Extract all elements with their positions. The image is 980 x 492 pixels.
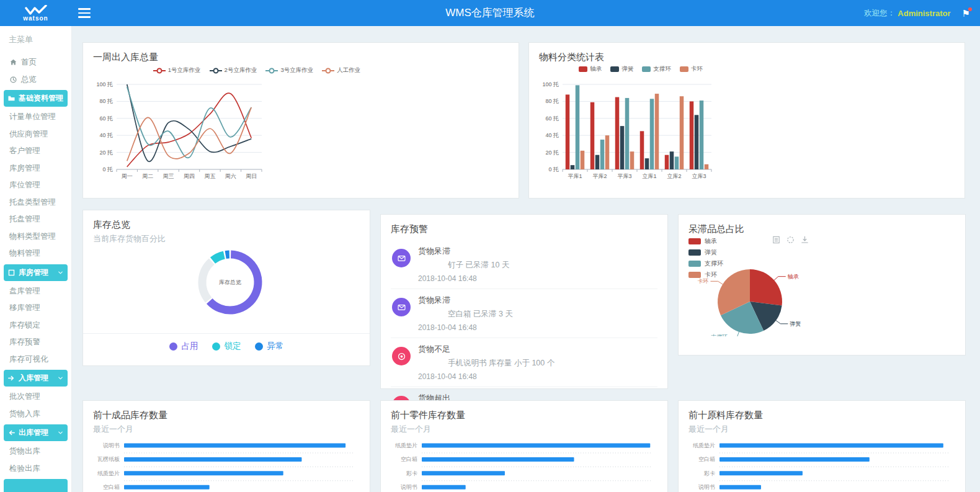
card-subtitle: 当前库存货物百分比 (93, 233, 360, 244)
svg-text:说明书: 说明书 (102, 442, 120, 449)
pie-chart[interactable]: 轴承弹簧支撑环卡环 (688, 215, 956, 336)
svg-text:周二: 周二 (142, 173, 153, 179)
sidebar-item[interactable]: 检验出库 (0, 460, 71, 478)
sidebar-item-label: 库存可视化 (9, 354, 48, 365)
overview-icon (9, 76, 17, 84)
svg-text:40 托: 40 托 (545, 132, 559, 138)
alert-title: 货物不足 (418, 344, 657, 355)
sidebar-item[interactable]: 盘库管理 (0, 283, 71, 300)
menu-toggle-icon[interactable] (78, 8, 91, 18)
sidebar-item[interactable]: 库存可视化 (0, 351, 71, 369)
svg-text:40 托: 40 托 (99, 132, 113, 138)
sidebar-item[interactable]: 货物出库 (0, 443, 71, 460)
hbar-chart[interactable]: 纸质垫片空白箱彩卡说明书 (391, 437, 659, 492)
svg-text:说明书: 说明书 (400, 484, 417, 490)
svg-text:周一: 周一 (122, 173, 133, 179)
sidebar-item[interactable]: 物料类型管理 (0, 228, 71, 246)
hbar-chart[interactable]: 纸质垫片空白箱彩卡说明书 (688, 437, 956, 492)
card-top-finished: 前十成品库存数量 最近一个月 说明书瓦楞纸板纸质垫片空白箱 (82, 400, 370, 492)
sidebar-item[interactable]: 库存锁定 (0, 317, 71, 334)
alert-timestamp: 2018-10-04 16:48 (418, 323, 657, 332)
sidebar-item[interactable]: 客户管理 (0, 143, 71, 160)
svg-text:80 托: 80 托 (99, 98, 113, 104)
legend-item[interactable]: 人工作业 (322, 66, 360, 74)
flag-notification-icon[interactable]: ⚑ (962, 9, 970, 18)
sidebar-item[interactable]: 货物入库 (0, 406, 71, 423)
legend-item[interactable]: 弹簧 (610, 65, 633, 73)
sidebar-item-label: 托盘管理 (9, 214, 40, 225)
mail-icon (397, 254, 406, 263)
sidebar-item-label: 移库管理 (9, 303, 40, 313)
sidebar-item[interactable]: 计量单位管理 (0, 109, 71, 126)
legend-item[interactable]: 占用 (169, 341, 198, 352)
legend-item[interactable]: 2号立库作业 (210, 66, 257, 74)
sidebar-item[interactable]: 库位管理 (0, 177, 71, 194)
alert-body: 空白箱 已呆滞 3 天 (448, 309, 657, 320)
svg-text:0 托: 0 托 (548, 166, 559, 172)
outbound-icon (7, 429, 16, 437)
sidebar-item-label: 库房管理 (9, 163, 40, 174)
legend-item[interactable]: 支撑环 (642, 65, 671, 73)
sidebar-item[interactable]: 物料管理 (0, 245, 71, 262)
svg-text:库存总览: 库存总览 (219, 279, 241, 285)
sidebar-item[interactable]: 总览 (0, 71, 71, 89)
svg-text:周日: 周日 (246, 173, 257, 179)
main-content: 一周出入库总量 1号立库作业2号立库作业3号立库作业人工作业 0 托20 托40… (71, 26, 980, 492)
line-chart[interactable]: 0 托20 托40 托60 托80 托100 托周一周二周三周四周五周六周日 (89, 76, 437, 186)
sidebar-item[interactable]: 供应商管理 (0, 126, 71, 143)
svg-text:立库3: 立库3 (692, 173, 706, 179)
alert-timestamp: 2018-10-04 16:48 (418, 274, 657, 283)
svg-text:平库3: 平库3 (617, 173, 631, 179)
svg-text:60 托: 60 托 (99, 115, 113, 122)
legend-item[interactable]: 3号立库作业 (265, 66, 313, 74)
sidebar-group-item[interactable]: 出库管理 (4, 424, 68, 441)
sidebar-group-item[interactable]: 入库管理 (4, 370, 68, 387)
welcome-label: 欢迎您： (864, 8, 895, 19)
sidebar-group-item[interactable] (4, 479, 68, 492)
sidebar-group-item[interactable]: 库房管理 (4, 264, 68, 281)
donut-chart[interactable]: 库存总览 (93, 246, 361, 320)
chevron-down-icon (57, 375, 64, 382)
sidebar-item-label: 货物入库 (9, 409, 40, 419)
sidebar-item[interactable]: 移库管理 (0, 300, 71, 317)
legend-item[interactable]: 1号立库作业 (153, 66, 201, 74)
sidebar-section-label: 主菜单 (9, 34, 71, 45)
card-title: 前十成品库存数量 (93, 409, 360, 421)
alert-body: 手机说明书 库存量 小于 100 个 (448, 358, 657, 369)
sidebar-item[interactable]: 库存预警 (0, 334, 71, 351)
sidebar-item[interactable]: 托盘管理 (0, 211, 71, 228)
sidebar-item[interactable]: 库房管理 (0, 160, 71, 177)
legend-item[interactable]: 轴承 (579, 65, 602, 73)
sidebar-item-label: 基础资料管理 (19, 93, 63, 104)
card-subtitle: 最近一个月 (391, 424, 657, 435)
legend-item[interactable]: 锁定 (212, 341, 241, 352)
sidebar-item[interactable]: 批次管理 (0, 388, 71, 406)
svg-text:彩卡: 彩卡 (406, 470, 417, 476)
home-icon (9, 58, 17, 66)
alert-list-item[interactable]: 货物呆滞空白箱 已呆滞 3 天2018-10-04 16:48 (391, 289, 657, 338)
inbound-icon (7, 374, 16, 382)
card-title: 库存总览 (93, 219, 360, 231)
svg-text:周三: 周三 (163, 173, 174, 179)
svg-text:空白箱: 空白箱 (103, 484, 120, 490)
sidebar-item-label: 总览 (21, 74, 37, 85)
sidebar-group-item[interactable]: 基础资料管理 (4, 90, 68, 107)
brand-logo[interactable]: watson (0, 0, 71, 26)
card-title: 一周出入库总量 (93, 51, 509, 63)
svg-text:60 托: 60 托 (545, 115, 559, 122)
sidebar-item[interactable]: 托盘类型管理 (0, 194, 71, 212)
username[interactable]: Administrator (898, 9, 950, 18)
svg-text:0 托: 0 托 (102, 166, 113, 172)
card-title: 前十零件库存数量 (391, 409, 657, 421)
alert-list-item[interactable]: 货物呆滞钉子 已呆滞 10 天2018-10-04 16:48 (391, 240, 657, 289)
sidebar-item[interactable]: 首页 (0, 54, 71, 71)
svg-text:纸质垫片: 纸质垫片 (395, 442, 417, 449)
legend-item[interactable]: 异常 (255, 341, 284, 352)
hbar-chart[interactable]: 说明书瓦楞纸板纸质垫片空白箱 (93, 437, 361, 492)
legend-item[interactable]: 卡环 (680, 65, 703, 73)
svg-text:20 托: 20 托 (545, 150, 559, 156)
card-top-parts: 前十零件库存数量 最近一个月 纸质垫片空白箱彩卡说明书 (380, 400, 668, 492)
bar-chart[interactable]: 0 托20 托40 托60 托80 托100 托平库1平库2平库3立库1立库2立… (535, 76, 759, 186)
alert-list-item[interactable]: 货物不足手机说明书 库存量 小于 100 个2018-10-04 16:48 (391, 338, 657, 387)
chevron-down-icon (57, 269, 64, 276)
